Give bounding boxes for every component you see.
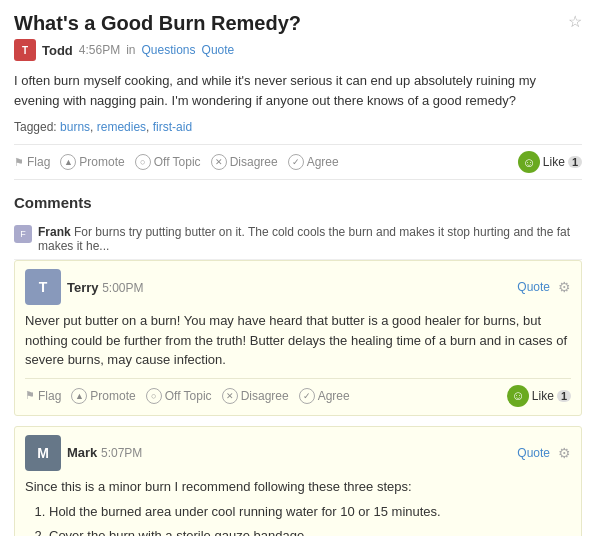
- question-quote-link[interactable]: Quote: [202, 43, 235, 57]
- flag-label: Flag: [27, 155, 50, 169]
- question-action-bar: ⚑ Flag ▲ Promote ○ Off Topic ✕ Disagree …: [14, 144, 582, 180]
- author-avatar: T: [14, 39, 36, 61]
- terry-like-btn[interactable]: ☺ Like 1: [507, 385, 571, 407]
- question-offtopic-btn[interactable]: ○ Off Topic: [135, 154, 201, 170]
- terry-disagree-btn[interactable]: ✕ Disagree: [222, 388, 289, 404]
- mark-steps-list: Hold the burned area under cool running …: [25, 502, 571, 536]
- mark-intro: Since this is a minor burn I recommend f…: [25, 477, 571, 497]
- terry-promote-icon: ▲: [71, 388, 87, 404]
- promote-icon: ▲: [60, 154, 76, 170]
- terry-flag-btn[interactable]: ⚑ Flag: [25, 389, 61, 403]
- offtopic-icon: ○: [135, 154, 151, 170]
- mark-name: Mark: [67, 445, 97, 460]
- mark-actions-right: Quote ⚙: [517, 445, 571, 461]
- terry-body: Never put butter on a burn! You may have…: [25, 311, 571, 370]
- terry-agree-icon: ✓: [299, 388, 315, 404]
- terry-comment-block: T Terry 5:00PM Quote ⚙ Never put butter …: [14, 260, 582, 416]
- mark-time: 5:07PM: [101, 446, 142, 460]
- frank-body: For burns try putting butter on it. The …: [38, 225, 570, 253]
- mark-meta: M Mark 5:07PM Quote ⚙: [25, 435, 571, 471]
- mark-body: Since this is a minor burn I recommend f…: [25, 477, 571, 537]
- question-agree-btn[interactable]: ✓ Agree: [288, 154, 339, 170]
- mark-comment-block: M Mark 5:07PM Quote ⚙ Since this is a mi…: [14, 426, 582, 537]
- comments-section: Comments F Frank For burns try putting b…: [14, 194, 582, 536]
- terry-promote-btn[interactable]: ▲ Promote: [71, 388, 135, 404]
- frank-avatar: F: [14, 225, 32, 243]
- terry-agree-label: Agree: [318, 389, 350, 403]
- disagree-icon: ✕: [211, 154, 227, 170]
- question-title: What's a Good Burn Remedy?: [14, 12, 301, 35]
- flag-icon: ⚑: [14, 156, 24, 169]
- comments-title: Comments: [14, 194, 582, 211]
- page-container: What's a Good Burn Remedy? ☆ T Todd 4:56…: [0, 0, 596, 536]
- terry-flag-label: Flag: [38, 389, 61, 403]
- terry-offtopic-btn[interactable]: ○ Off Topic: [146, 388, 212, 404]
- mark-step-2: Cover the burn with a sterile gauze band…: [49, 526, 571, 537]
- post-time: 4:56PM: [79, 43, 120, 57]
- terry-like-label: Like: [532, 389, 554, 403]
- agree-label: Agree: [307, 155, 339, 169]
- question-header: What's a Good Burn Remedy? ☆: [14, 12, 582, 35]
- mark-gear-icon[interactable]: ⚙: [558, 445, 571, 461]
- star-icon[interactable]: ☆: [568, 12, 582, 31]
- category-link[interactable]: Questions: [142, 43, 196, 57]
- author-name: Todd: [42, 43, 73, 58]
- terry-time: 5:00PM: [102, 281, 143, 295]
- post-meta: T Todd 4:56PM in Questions Quote: [14, 39, 582, 61]
- question-promote-btn[interactable]: ▲ Promote: [60, 154, 124, 170]
- tag-burns[interactable]: burns: [60, 120, 90, 134]
- terry-avatar: T: [25, 269, 61, 305]
- like-count-q: 1: [568, 156, 582, 168]
- like-label: Like: [543, 155, 565, 169]
- mark-step-1: Hold the burned area under cool running …: [49, 502, 571, 522]
- question-disagree-btn[interactable]: ✕ Disagree: [211, 154, 278, 170]
- tags-label: Tagged:: [14, 120, 57, 134]
- terry-disagree-icon: ✕: [222, 388, 238, 404]
- offtopic-label: Off Topic: [154, 155, 201, 169]
- terry-gear-icon[interactable]: ⚙: [558, 279, 571, 295]
- inline-comment-frank: F Frank For burns try putting butter on …: [14, 219, 582, 260]
- question-like-btn[interactable]: ☺ Like 1: [518, 151, 582, 173]
- promote-label: Promote: [79, 155, 124, 169]
- terry-action-bar: ⚑ Flag ▲ Promote ○ Off Topic ✕ Disagree …: [25, 378, 571, 407]
- frank-author: Frank: [38, 225, 71, 239]
- disagree-label: Disagree: [230, 155, 278, 169]
- terry-agree-btn[interactable]: ✓ Agree: [299, 388, 350, 404]
- like-icon-q: ☺: [518, 151, 540, 173]
- mark-quote-link[interactable]: Quote: [517, 446, 550, 460]
- terry-disagree-label: Disagree: [241, 389, 289, 403]
- tag-remedies[interactable]: remedies: [97, 120, 146, 134]
- terry-actions-right: Quote ⚙: [517, 279, 571, 295]
- terry-promote-label: Promote: [90, 389, 135, 403]
- terry-meta: T Terry 5:00PM Quote ⚙: [25, 269, 571, 305]
- terry-like-count: 1: [557, 390, 571, 402]
- terry-flag-icon: ⚑: [25, 389, 35, 402]
- terry-name: Terry: [67, 280, 99, 295]
- terry-offtopic-label: Off Topic: [165, 389, 212, 403]
- tag-first-aid[interactable]: first-aid: [153, 120, 192, 134]
- terry-like-icon: ☺: [507, 385, 529, 407]
- terry-offtopic-icon: ○: [146, 388, 162, 404]
- in-label: in: [126, 43, 135, 57]
- question-body: I often burn myself cooking, and while i…: [14, 71, 582, 110]
- mark-avatar: M: [25, 435, 61, 471]
- agree-icon-q: ✓: [288, 154, 304, 170]
- tags-line: Tagged: burns, remedies, first-aid: [14, 120, 582, 134]
- question-flag-btn[interactable]: ⚑ Flag: [14, 155, 50, 169]
- terry-quote-link[interactable]: Quote: [517, 280, 550, 294]
